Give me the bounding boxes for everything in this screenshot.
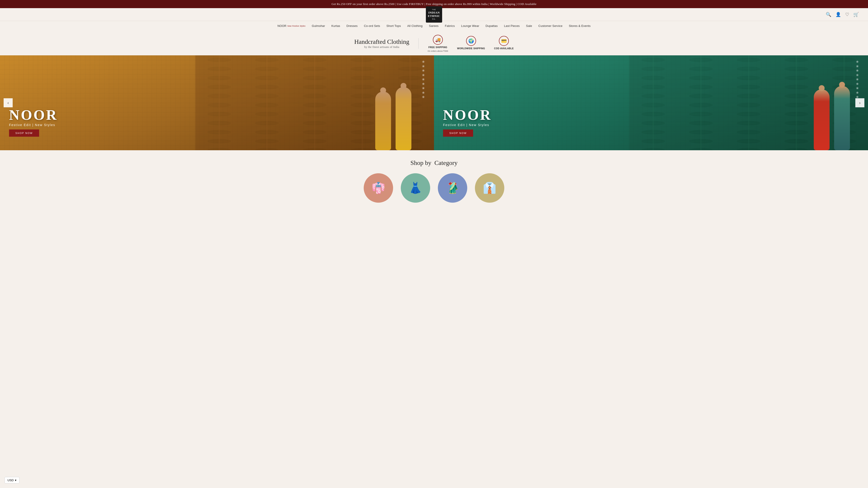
promo-handcrafted: Handcrafted Clothing by the finest artis… xyxy=(354,38,418,49)
nav-item-gulmohar[interactable]: Gulmohar xyxy=(309,23,328,29)
model-figure-left-1 xyxy=(375,92,391,150)
search-icon[interactable]: 🔍 xyxy=(826,12,831,17)
promo-badge-cod: 💳 COD AVAILABLE xyxy=(494,36,514,51)
garland-decoration-right: ❀ ❀ ❀ ❀ ❀ ❀ ❀ ❀ ❀ xyxy=(855,60,859,99)
nav-item-sale[interactable]: Sale xyxy=(523,23,535,29)
nav-item-sarees[interactable]: Sarees xyxy=(426,23,442,29)
nav-item-customer-service[interactable]: Customer Service xyxy=(535,23,566,29)
hero-shop-now-right[interactable]: SHOP NOW xyxy=(443,129,473,137)
hero-panel-left: ❀ ❀ ❀ ❀ ❀ ❀ ❀ ❀ ❀ NOOR Festive Edit | Ne… xyxy=(0,55,434,150)
category-script-title: Category xyxy=(434,159,458,166)
nav-noor-label: NOOR xyxy=(277,24,286,28)
category-card-4[interactable]: 👔 xyxy=(474,173,505,203)
category-card-2[interactable]: 👗 xyxy=(400,173,431,203)
logo-the: THE xyxy=(432,9,436,11)
model-figure-right-2 xyxy=(834,86,850,150)
clothing-icon-2: 👗 xyxy=(401,173,430,203)
models-left xyxy=(375,87,411,150)
hero-subtitle-left: Festive Edit | New Styles xyxy=(9,123,58,127)
category-circle-4: 👔 xyxy=(475,173,504,203)
logo-indian: INDIAN xyxy=(428,11,440,14)
logo-box[interactable]: THE INDIAN ETHNIC Co. xyxy=(426,6,442,23)
nav-item-dresses[interactable]: Dresses xyxy=(343,23,361,29)
nav-noor-badge: New Festive Styles xyxy=(287,25,305,27)
wishlist-icon[interactable]: ♡ xyxy=(845,12,849,17)
cod-icon: 💳 xyxy=(499,36,509,46)
category-section-title: Shop by Category xyxy=(9,159,859,166)
nav-item-all-clothing[interactable]: All Clothing xyxy=(404,23,426,29)
hero-title-left: NOOR xyxy=(9,108,58,122)
promo-strip: Handcrafted Clothing by the finest artis… xyxy=(0,32,868,55)
nav-item-short-tops[interactable]: Short Tops xyxy=(383,23,404,29)
hero-content-right: NOOR Festive Edit | New Styles SHOP NOW xyxy=(443,108,492,137)
model-head-4 xyxy=(839,82,845,88)
models-right xyxy=(814,86,850,150)
hero-shop-now-left[interactable]: SHOP NOW xyxy=(9,129,39,137)
category-card-3[interactable]: 🥻 xyxy=(437,173,468,203)
cart-icon[interactable]: 🛒 xyxy=(853,12,859,17)
worldwide-globe-icon: 🌍 xyxy=(466,36,476,46)
hero-slider: ‹ xyxy=(0,55,868,150)
header: THE INDIAN ETHNIC Co. 🔍 👤 ♡ 🛒 xyxy=(0,8,868,21)
free-shipping-sub: On orders above ₹999 xyxy=(428,50,448,52)
model-head-2 xyxy=(401,83,406,89)
hero-title-right: NOOR xyxy=(443,108,492,122)
banner-text: Get Rs.250 OFF on your first order above… xyxy=(332,2,537,6)
worldwide-label: WORLDWIDE SHIPPING xyxy=(457,47,485,50)
hero-panel-right: ❀ ❀ ❀ ❀ ❀ ❀ ❀ ❀ ❀ NOOR Festive Edit | Ne… xyxy=(434,55,868,150)
model-figure-left-2 xyxy=(396,87,411,150)
nav-item-last-pieces[interactable]: Last Pieces xyxy=(501,23,523,29)
category-grid: 👘 👗 🥻 👔 xyxy=(9,173,859,203)
garland-decoration-left: ❀ ❀ ❀ ❀ ❀ ❀ ❀ ❀ ❀ xyxy=(421,60,425,99)
free-shipping-label: FREE SHIPPING xyxy=(428,46,447,48)
promo-badges: 🚚 FREE SHIPPING On orders above ₹999 🌍 W… xyxy=(428,35,514,52)
nav-item-fabrics[interactable]: Fabrics xyxy=(442,23,458,29)
nav-item-coord-sets[interactable]: Co-ord Sets xyxy=(361,23,383,29)
category-prefix: Shop by xyxy=(410,159,432,166)
cod-label: COD AVAILABLE xyxy=(494,47,514,50)
handcrafted-title: Handcrafted Clothing xyxy=(354,38,409,45)
category-circle-2: 👗 xyxy=(401,173,430,203)
account-icon[interactable]: 👤 xyxy=(835,12,841,17)
category-section: Shop by Category 👘 👗 🥻 👔 xyxy=(0,150,868,207)
category-circle-3: 🥻 xyxy=(438,173,467,203)
model-figure-right-1 xyxy=(814,89,830,150)
promo-badge-worldwide: 🌍 WORLDWIDE SHIPPING xyxy=(457,36,485,51)
hero-prev-button[interactable]: ‹ xyxy=(4,98,13,107)
nav-item-stores-events[interactable]: Stores & Events xyxy=(565,23,594,29)
nav-item-lounge-wear[interactable]: Lounge Wear xyxy=(458,23,483,29)
shipping-truck-icon: 🚚 xyxy=(433,35,443,45)
clothing-icon-4: 👔 xyxy=(475,173,504,203)
hero-subtitle-right: Festive Edit | New Styles xyxy=(443,123,492,127)
category-card-1[interactable]: 👘 xyxy=(363,173,394,203)
clothing-icon-3: 🥻 xyxy=(438,173,467,203)
model-head-1 xyxy=(380,88,386,93)
hero-next-button[interactable]: › xyxy=(855,98,864,107)
nav-item-kurtas[interactable]: Kurtas xyxy=(328,23,343,29)
logo-ethnic: ETHNIC xyxy=(428,14,440,18)
clothing-icon-1: 👘 xyxy=(364,173,393,203)
handcrafted-sub: by the finest artisans of India xyxy=(354,45,409,49)
header-icons: 🔍 👤 ♡ 🛒 xyxy=(826,12,859,17)
nav-item-dupattas[interactable]: Dupattas xyxy=(483,23,501,29)
nav-item-noor[interactable]: NOOR New Festive Styles xyxy=(274,23,309,29)
model-head-3 xyxy=(819,85,825,91)
promo-badge-free-shipping: 🚚 FREE SHIPPING On orders above ₹999 xyxy=(428,35,448,52)
logo-co: Co. xyxy=(432,18,436,20)
logo[interactable]: THE INDIAN ETHNIC Co. xyxy=(426,6,442,23)
category-circle-1: 👘 xyxy=(364,173,393,203)
hero-content-left: NOOR Festive Edit | New Styles SHOP NOW xyxy=(9,108,58,137)
